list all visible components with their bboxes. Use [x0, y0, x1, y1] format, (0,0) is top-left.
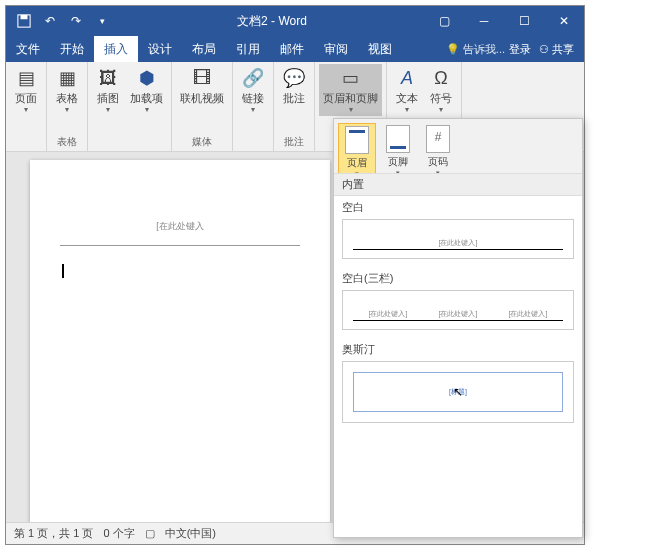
- gallery-item-label: 奥斯汀: [342, 342, 574, 357]
- links-label: 链接: [242, 92, 264, 104]
- thumb-placeholder: [在此处键入]: [369, 309, 408, 319]
- chevron-down-icon: ▾: [349, 105, 353, 114]
- omega-icon: Ω: [434, 68, 447, 89]
- chevron-down-icon: ▾: [251, 105, 255, 114]
- titlebar: ↶ ↷ ▾ 文档2 - Word ▢ ─ ☐ ✕: [6, 6, 584, 36]
- tab-insert[interactable]: 插入: [94, 36, 138, 62]
- illustrations-button[interactable]: 🖼 插图 ▾: [92, 64, 124, 116]
- addin-icon: ⬢: [139, 67, 155, 89]
- tell-me-search[interactable]: 💡告诉我...: [446, 42, 505, 57]
- chevron-down-icon: ▾: [106, 105, 110, 114]
- minimize-button[interactable]: ─: [464, 6, 504, 36]
- redo-button[interactable]: ↷: [64, 9, 88, 33]
- header-icon: [345, 126, 369, 154]
- link-icon: 🔗: [242, 67, 264, 89]
- book-icon: ▢: [145, 527, 155, 540]
- gallery-footer-tab[interactable]: 页脚 ▾: [380, 123, 416, 179]
- gallery-pagenum-tab[interactable]: 页码 ▾: [420, 123, 456, 179]
- tab-view[interactable]: 视图: [358, 36, 402, 62]
- spellcheck-button[interactable]: ▢: [145, 527, 155, 540]
- symbols-label: 符号: [430, 92, 452, 104]
- text-button[interactable]: A 文本 ▾: [391, 64, 423, 116]
- table-icon: ▦: [59, 67, 76, 89]
- text-label: 文本: [396, 92, 418, 104]
- gallery-pagenum-label: 页码: [428, 155, 448, 169]
- chevron-down-icon: ▾: [100, 16, 105, 26]
- header-gallery-dropdown: 页眉 ▾ 页脚 ▾ 页码 ▾ 内置 空白 [在此处键入] 空白(三栏) [在此处…: [333, 118, 583, 538]
- gallery-thumb: [标题] ↖: [342, 361, 574, 423]
- text-cursor: [62, 264, 64, 278]
- chevron-down-icon: ▾: [24, 105, 28, 114]
- footer-icon: [386, 125, 410, 153]
- header-footer-button[interactable]: ▭ 页眉和页脚 ▾: [319, 64, 382, 116]
- comment-icon: 💬: [283, 67, 305, 89]
- close-button[interactable]: ✕: [544, 6, 584, 36]
- gallery-item-austin[interactable]: 奥斯汀 [标题] ↖: [334, 338, 582, 431]
- page-indicator[interactable]: 第 1 页，共 1 页: [14, 526, 93, 541]
- undo-icon: ↶: [45, 14, 55, 28]
- share-button[interactable]: ⚇共享: [535, 40, 578, 59]
- pagenum-icon: [426, 125, 450, 153]
- chevron-down-icon: ▾: [145, 105, 149, 114]
- links-button[interactable]: 🔗 链接 ▾: [237, 64, 269, 116]
- thumb-placeholder: [在此处键入]: [439, 238, 478, 248]
- addins-label: 加载项: [130, 92, 163, 104]
- thumb-placeholder: [在此处键入]: [439, 309, 478, 319]
- ribbon-opts-icon: ▢: [439, 14, 450, 28]
- page-icon: ▤: [18, 67, 35, 89]
- signin-button[interactable]: 登录: [509, 42, 531, 57]
- qat-customize[interactable]: ▾: [90, 9, 114, 33]
- comments-label: 批注: [283, 92, 305, 104]
- header-footer-label: 页眉和页脚: [323, 92, 378, 104]
- video-icon: 🎞: [193, 68, 211, 89]
- tab-design[interactable]: 设计: [138, 36, 182, 62]
- maximize-button[interactable]: ☐: [504, 6, 544, 36]
- word-count[interactable]: 0 个字: [103, 526, 134, 541]
- addins-button[interactable]: ⬢ 加载项 ▾: [126, 64, 167, 116]
- tab-layout[interactable]: 布局: [182, 36, 226, 62]
- gallery-body[interactable]: 空白 [在此处键入] 空白(三栏) [在此处键入] [在此处键入] [在此处键入…: [334, 196, 582, 537]
- gallery-section-builtin: 内置: [334, 173, 582, 196]
- comments-button[interactable]: 💬 批注: [278, 64, 310, 106]
- online-video-label: 联机视频: [180, 92, 224, 104]
- tab-review[interactable]: 审阅: [314, 36, 358, 62]
- minimize-icon: ─: [480, 14, 489, 28]
- share-label: 共享: [552, 42, 574, 57]
- share-icon: ⚇: [539, 43, 549, 56]
- svg-rect-1: [21, 15, 28, 19]
- gallery-header-label: 页眉: [347, 156, 367, 170]
- lightbulb-icon: 💡: [446, 43, 460, 56]
- tab-file[interactable]: 文件: [6, 36, 50, 62]
- tables-label: 表格: [56, 92, 78, 104]
- redo-icon: ↷: [71, 14, 81, 28]
- online-video-button[interactable]: 🎞 联机视频: [176, 64, 228, 106]
- maximize-icon: ☐: [519, 14, 530, 28]
- gallery-item-blank3[interactable]: 空白(三栏) [在此处键入] [在此处键入] [在此处键入]: [334, 267, 582, 338]
- gallery-item-blank[interactable]: 空白 [在此处键入]: [334, 196, 582, 267]
- comments-group-label: 批注: [278, 134, 310, 151]
- chevron-down-icon: ▾: [405, 105, 409, 114]
- document-page[interactable]: [在此处键入: [30, 160, 330, 522]
- header-rule: [60, 245, 300, 246]
- header-footer-icon: ▭: [342, 67, 359, 89]
- gallery-thumb: [在此处键入] [在此处键入] [在此处键入]: [342, 290, 574, 330]
- language-indicator[interactable]: 中文(中国): [165, 526, 216, 541]
- window-title: 文档2 - Word: [120, 13, 424, 30]
- tab-home[interactable]: 开始: [50, 36, 94, 62]
- gallery-footer-label: 页脚: [388, 155, 408, 169]
- pages-label: 页面: [15, 92, 37, 104]
- illustrations-label: 插图: [97, 92, 119, 104]
- undo-button[interactable]: ↶: [38, 9, 62, 33]
- pages-button[interactable]: ▤ 页面 ▾: [10, 64, 42, 116]
- tell-me-label: 告诉我...: [463, 42, 505, 57]
- save-button[interactable]: [12, 9, 36, 33]
- tab-mailings[interactable]: 邮件: [270, 36, 314, 62]
- tables-group-label: 表格: [51, 134, 83, 151]
- symbols-button[interactable]: Ω 符号 ▾: [425, 64, 457, 116]
- ribbon-display-options[interactable]: ▢: [424, 6, 464, 36]
- gallery-item-label: 空白(三栏): [342, 271, 574, 286]
- tables-button[interactable]: ▦ 表格 ▾: [51, 64, 83, 116]
- tab-references[interactable]: 引用: [226, 36, 270, 62]
- chevron-down-icon: ▾: [439, 105, 443, 114]
- gallery-item-label: 空白: [342, 200, 574, 215]
